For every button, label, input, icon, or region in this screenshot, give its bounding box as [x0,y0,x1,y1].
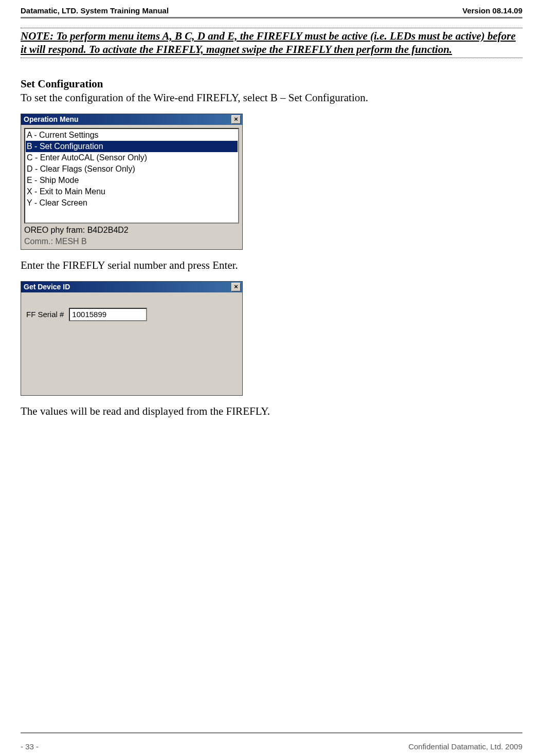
list-item[interactable]: C - Enter AutoCAL (Sensor Only) [26,152,238,163]
page-header: Datamatic, LTD. System Training Manual V… [21,6,522,17]
operation-menu-window: Operation Menu × A - Current Settings B … [21,114,243,250]
get-device-id-window: Get Device ID × FF Serial # [21,281,243,396]
status-line-2: Comm.: MESH B [21,236,242,249]
operation-menu-list[interactable]: A - Current Settings B - Set Configurati… [24,128,239,224]
operation-menu-title: Operation Menu [23,115,79,123]
footer-right: Confidential Datamatic, Ltd. 2009 [408,742,522,751]
body-paragraph-2: Enter the FIREFLY serial number and pres… [21,259,522,272]
get-device-id-title: Get Device ID [23,283,70,291]
list-item[interactable]: E - Ship Mode [26,175,238,186]
list-item[interactable]: D - Clear Flags (Sensor Only) [26,163,238,175]
close-icon[interactable]: × [231,115,241,124]
body-paragraph-3: The values will be read and displayed fr… [21,405,522,418]
list-padding [26,209,238,222]
note-bottom-rule [21,58,522,58]
ff-serial-label: FF Serial # [26,310,64,319]
get-device-id-form: FF Serial # [21,292,242,395]
note-top-rule [21,28,522,28]
body-paragraph-1: To set the configuration of the Wire-end… [21,91,522,104]
close-icon[interactable]: × [231,283,241,291]
list-item[interactable]: B - Set Configuration [26,141,238,152]
section-title: Set Configuration [21,78,522,90]
footer-rule [21,732,522,733]
get-device-id-titlebar: Get Device ID × [21,282,242,292]
list-item[interactable]: A - Current Settings [26,130,238,141]
ff-serial-input[interactable] [69,308,147,321]
header-left: Datamatic, LTD. System Training Manual [21,6,169,15]
header-right: Version 08.14.09 [462,6,522,15]
header-rule [21,17,522,19]
list-item[interactable]: Y - Clear Screen [26,197,238,209]
page-number: - 33 - [21,742,39,751]
list-item[interactable]: X - Exit to Main Menu [26,186,238,197]
note-text: NOTE: To perform menu items A, B C, D an… [21,29,522,57]
page-footer: - 33 - Confidential Datamatic, Ltd. 2009 [21,742,522,751]
status-line-1: OREO phy fram: B4D2B4D2 [21,226,242,236]
operation-menu-titlebar: Operation Menu × [21,114,242,125]
